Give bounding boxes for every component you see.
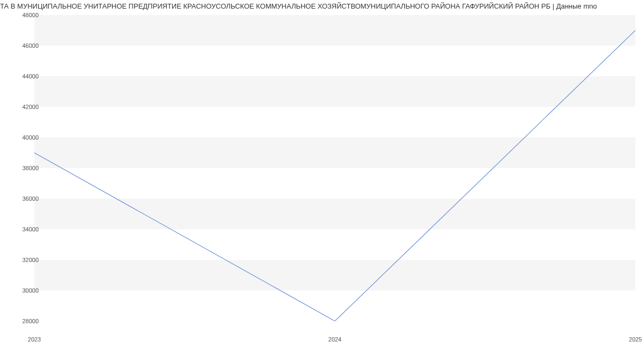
y-tick-label: 46000 [6, 42, 39, 49]
y-tick-label: 28000 [6, 318, 39, 324]
x-tick-label: 2025 [629, 336, 642, 343]
y-tick-label: 44000 [6, 73, 39, 79]
y-tick-label: 42000 [6, 104, 39, 110]
y-tick-label: 40000 [6, 134, 39, 141]
y-tick-label: 30000 [6, 287, 39, 294]
line-series [34, 31, 635, 322]
y-tick-label: 38000 [6, 165, 39, 171]
x-tick-label: 2024 [328, 336, 341, 343]
chart-plot-area [34, 15, 635, 321]
x-tick-label: 2023 [28, 336, 41, 343]
y-tick-label: 32000 [6, 257, 39, 263]
y-tick-label: 34000 [6, 226, 39, 232]
chart-title: ТА В МУНИЦИПАЛЬНОЕ УНИТАРНОЕ ПРЕДПРИЯТИЕ… [0, 0, 644, 12]
y-tick-label: 36000 [6, 195, 39, 202]
y-tick-label: 48000 [6, 12, 39, 18]
